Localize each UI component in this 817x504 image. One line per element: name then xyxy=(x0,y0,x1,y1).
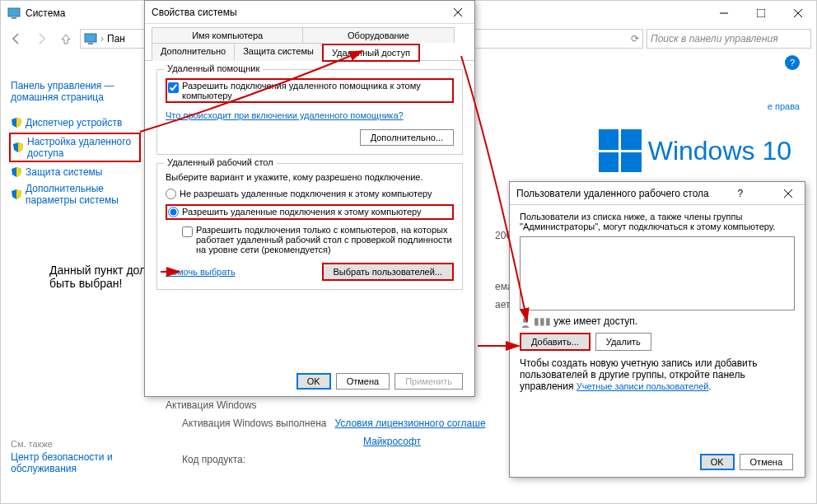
add-button[interactable]: Добавить... xyxy=(520,333,591,351)
forward-button[interactable] xyxy=(30,28,52,49)
tab-protection[interactable]: Защита системы xyxy=(234,43,323,61)
assistance-info-link[interactable]: Что происходит при включении удаленного … xyxy=(166,110,404,120)
tab-advanced[interactable]: Дополнительно xyxy=(152,43,235,61)
allow-assistance-checkbox[interactable]: Разрешить подключения удаленного помощни… xyxy=(166,78,454,103)
radio-input[interactable] xyxy=(168,207,179,217)
tab-remote[interactable]: Удаленный доступ xyxy=(322,44,420,62)
nla-checkbox[interactable]: Разрешить подключения только с компьютер… xyxy=(166,225,454,254)
tab-hardware[interactable]: Оборудование xyxy=(302,27,454,43)
apply-button: Применить xyxy=(394,373,463,390)
radio-disallow[interactable]: Не разрешать удаленные подключения к это… xyxy=(166,189,454,199)
svg-rect-7 xyxy=(88,43,93,44)
windows-logo-icon xyxy=(599,129,642,172)
sidebar-item-label: Защита системы xyxy=(26,166,102,178)
group-legend: Удаленный помощник xyxy=(164,63,263,73)
svg-point-12 xyxy=(523,318,528,323)
system-properties-dialog: Свойства системы Имя компьютера Оборудов… xyxy=(144,0,475,397)
sidebar-item-remote-settings[interactable]: Настройка удаленного доступа xyxy=(9,133,141,162)
users-hint: Чтобы создать новую учетную запись или д… xyxy=(520,357,795,392)
dialog-titlebar: Свойства системы xyxy=(145,1,474,24)
shield-icon xyxy=(11,166,22,178)
back-button[interactable] xyxy=(6,28,27,49)
group-legend: Удаленный рабочий стол xyxy=(164,157,277,167)
assistance-advanced-button[interactable]: Дополнительно... xyxy=(360,129,454,146)
shield-icon xyxy=(12,142,24,153)
svg-rect-1 xyxy=(12,17,16,19)
computer-icon xyxy=(84,32,97,45)
remove-button[interactable]: Удалить xyxy=(595,333,651,351)
checkbox-input[interactable] xyxy=(168,82,179,93)
sidebar-item-device-manager[interactable]: Диспетчер устройств xyxy=(11,114,139,131)
maximize-button[interactable] xyxy=(742,1,779,26)
cancel-button[interactable]: Отмена xyxy=(336,373,390,390)
rd-intro: Выберите вариант и укажите, кому разреше… xyxy=(166,172,454,182)
remote-desktop-group: Удаленный рабочий стол Выберите вариант … xyxy=(156,163,463,290)
svg-rect-6 xyxy=(85,34,96,42)
dialog-title: Свойства системы xyxy=(152,7,237,18)
search-input[interactable]: Поиск в панели управления xyxy=(647,29,811,49)
sidebar-item-label: Диспетчер устройств xyxy=(26,117,122,128)
help-icon[interactable]: ? xyxy=(785,55,800,70)
cancel-button[interactable]: Отмена xyxy=(740,454,793,470)
window-title: Система xyxy=(26,7,65,19)
ok-button[interactable]: OK xyxy=(700,454,735,470)
svg-rect-3 xyxy=(757,9,765,17)
help-button[interactable]: ? xyxy=(728,182,753,205)
windows-brand: Windows 10 xyxy=(599,129,791,172)
product-code-label: Код продукта: xyxy=(182,454,245,466)
svg-rect-0 xyxy=(8,8,20,16)
select-users-button[interactable]: Выбрать пользователей... xyxy=(322,263,455,281)
shield-icon xyxy=(11,117,22,128)
dialog-title: Пользователи удаленного рабочего стола xyxy=(516,188,709,199)
radio-input[interactable] xyxy=(166,189,176,199)
ok-button[interactable]: OK xyxy=(296,373,331,390)
sidebar-item-label: Дополнительные параметры системы xyxy=(26,183,139,206)
dialog-titlebar: Пользователи удаленного рабочего стола ? xyxy=(510,182,805,205)
minimize-button[interactable] xyxy=(705,1,742,26)
shield-icon xyxy=(11,189,22,200)
sidebar-item-system-protection[interactable]: Защита системы xyxy=(11,164,139,180)
close-button[interactable] xyxy=(772,182,805,205)
license-link[interactable]: Условия лицензионного соглаше xyxy=(334,418,485,429)
sidebar-item-advanced[interactable]: Дополнительные параметры системы xyxy=(11,180,139,208)
remote-users-dialog: Пользователи удаленного рабочего стола ?… xyxy=(509,181,805,478)
user-accounts-link[interactable]: Учетные записи пользователей xyxy=(577,381,709,391)
up-button[interactable] xyxy=(55,28,77,49)
computer-icon xyxy=(7,7,21,20)
help-choose-link[interactable]: Помочь выбрать xyxy=(166,267,236,277)
radio-allow[interactable]: Разрешить удаленные подключения к этому … xyxy=(166,204,454,220)
users-intro: Пользователи из списка ниже, а также чле… xyxy=(520,212,795,231)
sidebar-see-also-item[interactable]: Центр безопасности и обслуживания xyxy=(11,449,139,477)
tabs: Имя компьютера Оборудование Дополнительн… xyxy=(145,24,474,61)
user-icon xyxy=(520,315,531,327)
close-button[interactable] xyxy=(779,1,816,26)
breadcrumb[interactable]: Пан xyxy=(107,33,125,44)
see-also-label: См. также xyxy=(11,439,139,449)
license-link[interactable]: Майкрософт xyxy=(363,436,421,447)
remote-assistance-group: Удаленный помощник Разрешить подключения… xyxy=(156,69,463,155)
access-text: ▮▮▮ уже имеет доступ. xyxy=(520,315,795,328)
sidebar-home[interactable]: Панель управления — домашняя страница xyxy=(11,80,139,103)
close-button[interactable] xyxy=(441,1,474,24)
tab-computer-name[interactable]: Имя компьютера xyxy=(152,27,303,43)
users-listbox[interactable] xyxy=(520,236,795,310)
checkbox-input[interactable] xyxy=(182,226,193,237)
sidebar-item-label: Настройка удаленного доступа xyxy=(27,136,138,159)
